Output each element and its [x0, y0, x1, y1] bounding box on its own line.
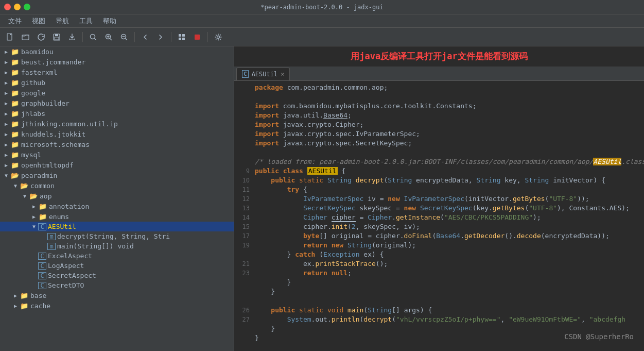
tab-class-icon: C — [242, 70, 249, 78]
sidebar-item-cache[interactable]: ▶ 📁 cache — [0, 300, 234, 311]
line-number: 12 — [234, 194, 255, 204]
code-line: } — [234, 278, 644, 287]
toolbar-stop[interactable] — [190, 30, 204, 44]
line-number: 23 — [234, 269, 255, 278]
sidebar-item-main[interactable]: m main(String[]) void — [0, 241, 234, 251]
code-editor[interactable]: package com.pearadmin.common.aop; import… — [234, 81, 644, 351]
line-content — [255, 148, 644, 157]
sidebar-item-base[interactable]: ▶ 📁 base — [0, 290, 234, 300]
sidebar-item-enums[interactable]: ▶ 📁 enums — [0, 211, 234, 222]
close-button[interactable] — [4, 4, 11, 10]
menu-help[interactable]: 帮助 — [99, 15, 120, 27]
sidebar-item-aop[interactable]: ▼ 📂 aop — [0, 191, 234, 201]
chevron-right-icon: ▶ — [2, 59, 10, 65]
chevron-down-icon: ▼ — [2, 173, 10, 178]
svg-rect-9 — [182, 34, 185, 37]
line-content: /* loaded from: pear-admin-boot-2.0.0.ja… — [255, 157, 644, 166]
sidebar-item-jthinking[interactable]: ▶ 📁 jthinking.common.util.ip — [0, 119, 234, 129]
class-icon: C — [38, 223, 46, 230]
sidebar-item-secretaspect[interactable]: C SecretAspect — [0, 271, 234, 280]
chevron-right-icon: ▶ — [2, 101, 10, 106]
folder-icon: 📁 — [10, 58, 20, 66]
sidebar-item-label: enums — [49, 213, 69, 221]
chevron-right-icon: ▶ — [11, 293, 20, 298]
menu-file[interactable]: 文件 — [4, 15, 26, 27]
toolbar-forward[interactable] — [153, 30, 168, 44]
folder-icon: 📁 — [10, 140, 20, 148]
sidebar-item-pearadmin[interactable]: ▼ 📂 pearadmin — [0, 170, 234, 180]
sidebar-item-fasterxml[interactable]: ▶ 📁 fasterxml — [0, 67, 234, 77]
toolbar-new[interactable] — [3, 30, 18, 44]
sidebar-item-annotation[interactable]: ▶ 📁 annotation — [0, 201, 234, 211]
sidebar-item-mysql[interactable]: ▶ 📁 mysql — [0, 149, 234, 160]
toolbar-zoom-in[interactable] — [101, 30, 116, 44]
code-line — [234, 148, 644, 157]
toolbar-back[interactable] — [138, 30, 152, 44]
line-content: public static void main(String[] args) { — [255, 306, 644, 315]
class-icon: C — [38, 282, 46, 289]
toolbar-sync[interactable] — [34, 30, 48, 44]
menu-tools[interactable]: 工具 — [75, 15, 97, 27]
tab-aesutil[interactable]: C AESUtil × — [236, 68, 290, 80]
folder-icon: 📁 — [38, 212, 47, 221]
chevron-right-icon: ▶ — [30, 204, 38, 209]
sidebar-item-baomidou[interactable]: ▶ 📁 baomidou — [0, 46, 234, 57]
sidebar-item-jhlabs[interactable]: ▶ 📁 jhlabs — [0, 108, 234, 119]
chevron-down-icon: ▼ — [30, 224, 38, 229]
code-line: import javax.crypto.Cipher; — [234, 120, 644, 129]
toolbar-sep-1 — [82, 32, 83, 42]
code-line: } catch (Exception ex) { — [234, 250, 644, 259]
sidebar-item-microsoft[interactable]: ▶ 📁 microsoft.schemas — [0, 139, 234, 149]
toolbar-grid[interactable] — [175, 30, 189, 44]
tab-close-button[interactable]: × — [281, 71, 284, 78]
folder-icon: 📁 — [10, 130, 20, 138]
svg-rect-12 — [195, 35, 200, 40]
toolbar-settings[interactable] — [211, 30, 225, 44]
sidebar-item-aesutil[interactable]: ▼ C AESUtil — [0, 222, 234, 231]
sidebar-item-graphbuilder[interactable]: ▶ 📁 graphbuilder — [0, 98, 234, 108]
sidebar-item-google[interactable]: ▶ 📁 google — [0, 88, 234, 98]
tab-bar: C AESUtil × — [234, 66, 644, 81]
sidebar-item-logaspect[interactable]: C LogAspect — [0, 261, 234, 271]
chevron-down-icon: ▼ — [21, 193, 29, 199]
folder-icon: 📁 — [10, 120, 20, 128]
sidebar-item-label: decrypt(String, String, Stri — [57, 232, 170, 240]
minimize-button[interactable] — [14, 4, 21, 10]
maximize-button[interactable] — [24, 4, 30, 10]
folder-icon: 📁 — [10, 161, 20, 169]
sidebar-item-knuddels[interactable]: ▶ 📁 knuddels.jtokkit — [0, 129, 234, 139]
menu-view[interactable]: 视图 — [28, 15, 49, 27]
folder-open-icon: 📂 — [29, 192, 38, 200]
toolbar-search[interactable] — [86, 30, 100, 44]
code-line: 10 public static String decrypt(String e… — [234, 176, 644, 185]
sidebar-item-label: fasterxml — [21, 69, 57, 76]
sidebar-item-openhtmltopdf[interactable]: ▶ 📁 openhtmltopdf — [0, 160, 234, 170]
toolbar-save[interactable] — [49, 30, 64, 44]
menu-navigate[interactable]: 导航 — [51, 15, 73, 27]
toolbar-export[interactable] — [65, 30, 79, 44]
chevron-right-icon: ▶ — [2, 80, 10, 86]
class-icon: C — [38, 262, 46, 270]
sidebar-item-label: github — [21, 79, 45, 87]
code-line: 17 byte[] original = cipher.doFinal(Base… — [234, 231, 644, 241]
toolbar-zoom-out[interactable] — [117, 30, 131, 44]
toolbar-open[interactable] — [19, 30, 33, 44]
sidebar-item-common[interactable]: ▼ 📂 common — [0, 180, 234, 191]
svg-rect-3 — [55, 34, 58, 36]
line-content: try { — [255, 185, 644, 194]
sidebar-item-beust[interactable]: ▶ 📁 beust.jcommander — [0, 57, 234, 67]
code-line — [234, 92, 644, 102]
line-number: 14 — [234, 213, 255, 222]
line-content: } catch (Exception ex) { — [255, 250, 644, 259]
sidebar-item-github[interactable]: ▶ 📁 github — [0, 77, 234, 88]
chevron-right-icon: ▶ — [2, 49, 10, 55]
sidebar-item-label: SecretAspect — [48, 272, 96, 279]
line-number: 15 — [234, 222, 255, 231]
tab-label: AESUtil — [252, 71, 278, 78]
sidebar-item-excelaspect[interactable]: C ExcelAspect — [0, 251, 234, 261]
sidebar-item-decrypt[interactable]: m decrypt(String, String, Stri — [0, 231, 234, 241]
sidebar-item-label: main(String[]) void — [57, 242, 134, 250]
code-line: import com.baomidou.mybatisplus.core.too… — [234, 102, 644, 111]
sidebar-item-secretdto[interactable]: C SecretDTO — [0, 280, 234, 290]
sidebar-item-label: mysql — [21, 151, 41, 159]
